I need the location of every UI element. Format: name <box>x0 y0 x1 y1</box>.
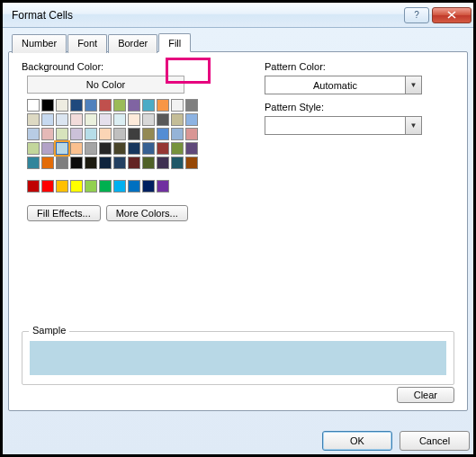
color-swatch[interactable] <box>157 113 169 126</box>
color-swatch[interactable] <box>70 142 83 155</box>
color-swatch[interactable] <box>142 99 155 112</box>
color-swatch[interactable] <box>185 142 198 155</box>
color-swatch[interactable] <box>128 142 140 155</box>
color-swatch[interactable] <box>27 128 40 140</box>
color-swatch[interactable] <box>70 113 83 126</box>
color-swatch[interactable] <box>85 157 97 169</box>
color-swatch[interactable] <box>85 142 97 155</box>
color-swatch[interactable] <box>142 157 155 169</box>
color-swatch[interactable] <box>41 99 54 112</box>
color-swatch[interactable] <box>128 180 140 193</box>
color-swatch[interactable] <box>171 113 184 126</box>
clear-button[interactable]: Clear <box>397 387 454 403</box>
color-swatch[interactable] <box>185 99 198 112</box>
color-swatch[interactable] <box>27 142 40 155</box>
standard-color-row <box>27 180 229 193</box>
color-swatch[interactable] <box>70 99 83 112</box>
color-swatch[interactable] <box>27 113 40 126</box>
pattern-color-value: Automatic <box>265 80 405 91</box>
sample-preview <box>30 341 446 375</box>
color-swatch[interactable] <box>99 157 112 169</box>
sample-label: Sample <box>29 325 69 336</box>
color-swatch[interactable] <box>157 180 169 193</box>
color-swatch[interactable] <box>41 128 54 140</box>
color-swatch[interactable] <box>56 142 68 155</box>
color-swatch[interactable] <box>128 157 140 169</box>
color-swatch[interactable] <box>171 142 184 155</box>
color-swatch[interactable] <box>128 113 140 126</box>
color-swatch[interactable] <box>70 157 83 169</box>
color-swatch[interactable] <box>142 128 155 140</box>
color-swatch[interactable] <box>113 99 126 112</box>
fill-effects-button[interactable]: Fill Effects... <box>27 205 101 221</box>
color-swatch[interactable] <box>56 128 68 140</box>
chevron-down-icon: ▼ <box>405 76 421 94</box>
color-swatch[interactable] <box>171 99 184 112</box>
color-swatch[interactable] <box>85 128 97 140</box>
color-swatch[interactable] <box>27 99 40 112</box>
pattern-color-label: Pattern Color: <box>265 61 454 72</box>
color-swatch[interactable] <box>56 180 68 193</box>
color-swatch[interactable] <box>70 180 83 193</box>
dialog-body: Number Font Border Fill Background Color… <box>3 28 473 454</box>
color-swatch[interactable] <box>142 180 155 193</box>
tab-border[interactable]: Border <box>108 34 157 53</box>
color-swatch[interactable] <box>157 128 169 140</box>
color-swatch[interactable] <box>85 180 97 193</box>
titlebar: Format Cells ? <box>3 3 473 28</box>
ok-button[interactable]: OK <box>322 431 392 451</box>
color-swatch[interactable] <box>113 142 126 155</box>
pattern-style-label: Pattern Style: <box>265 102 454 112</box>
color-swatch[interactable] <box>157 157 169 169</box>
color-swatch[interactable] <box>85 113 97 126</box>
color-swatch[interactable] <box>85 99 97 112</box>
color-swatch[interactable] <box>128 128 140 140</box>
color-swatch[interactable] <box>171 157 184 169</box>
color-swatch[interactable] <box>41 180 54 193</box>
color-swatch[interactable] <box>41 157 54 169</box>
color-swatch[interactable] <box>142 113 155 126</box>
color-swatch[interactable] <box>185 128 198 140</box>
close-button[interactable] <box>432 7 472 23</box>
window-controls: ? <box>401 7 472 23</box>
color-swatch[interactable] <box>99 113 112 126</box>
bg-color-label: Background Color: <box>22 61 229 72</box>
color-swatch[interactable] <box>27 180 40 193</box>
color-swatch[interactable] <box>99 99 112 112</box>
pattern-style-combo[interactable]: ▼ <box>265 116 422 135</box>
color-swatch[interactable] <box>41 142 54 155</box>
no-color-button[interactable]: No Color <box>27 76 184 94</box>
color-swatch[interactable] <box>56 157 68 169</box>
color-swatch[interactable] <box>56 99 68 112</box>
more-colors-button[interactable]: More Colors... <box>106 205 188 221</box>
pattern-color-combo[interactable]: Automatic ▼ <box>265 76 422 94</box>
color-swatch[interactable] <box>113 113 126 126</box>
chevron-down-icon: ▼ <box>405 117 421 134</box>
color-swatch[interactable] <box>185 113 198 126</box>
color-swatch[interactable] <box>99 142 112 155</box>
help-button[interactable]: ? <box>404 7 429 23</box>
color-swatch[interactable] <box>99 128 112 140</box>
right-column: Pattern Color: Automatic ▼ Pattern Style… <box>265 61 454 221</box>
color-swatch[interactable] <box>113 180 126 193</box>
color-swatch[interactable] <box>142 142 155 155</box>
color-swatch[interactable] <box>99 180 112 193</box>
tab-fill[interactable]: Fill <box>158 33 191 52</box>
cancel-button[interactable]: Cancel <box>400 431 470 451</box>
color-swatch[interactable] <box>113 157 126 169</box>
left-column: Background Color: No Color Fill Effects.… <box>22 61 229 221</box>
tab-number[interactable]: Number <box>12 34 67 53</box>
color-swatch[interactable] <box>27 157 40 169</box>
color-swatch[interactable] <box>157 99 169 112</box>
color-swatch[interactable] <box>70 128 83 140</box>
close-icon <box>447 11 456 19</box>
tab-font[interactable]: Font <box>67 34 107 53</box>
color-swatch[interactable] <box>157 142 169 155</box>
color-swatch[interactable] <box>185 157 198 169</box>
color-swatch[interactable] <box>113 128 126 140</box>
color-swatch[interactable] <box>41 113 54 126</box>
color-swatch[interactable] <box>171 128 184 140</box>
color-swatch[interactable] <box>128 99 140 112</box>
color-swatch[interactable] <box>56 113 68 126</box>
dialog-buttons: OK Cancel <box>322 431 470 451</box>
